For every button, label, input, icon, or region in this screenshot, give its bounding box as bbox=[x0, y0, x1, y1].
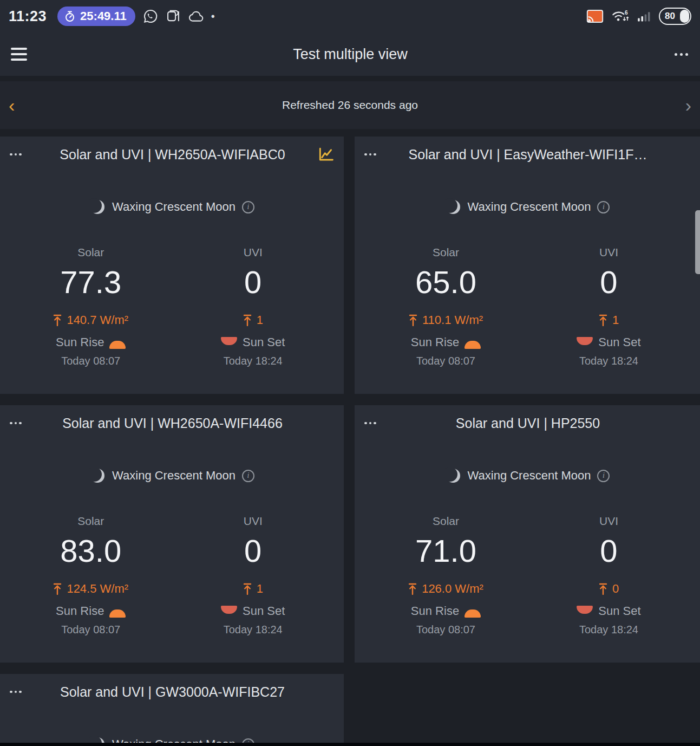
uvi-max-value: 1 bbox=[257, 582, 263, 596]
divider bbox=[0, 129, 700, 137]
solar-value: 83.0 bbox=[60, 534, 121, 568]
max-arrow-icon bbox=[243, 314, 252, 326]
sunset-label: Sun Set bbox=[598, 604, 640, 618]
card-title: Solar and UVI | WH2650A-WIFI4466 bbox=[29, 416, 316, 431]
sunrise-row: Sun Rise bbox=[411, 335, 481, 350]
moon-phase-label: Waxing Crescent Moon bbox=[112, 200, 235, 214]
max-arrow-icon bbox=[53, 583, 62, 595]
sunrise-time: Today 08:07 bbox=[61, 624, 120, 636]
divider bbox=[0, 76, 700, 81]
card-menu-icon[interactable] bbox=[10, 687, 29, 697]
more-notifications-dot: • bbox=[211, 10, 215, 23]
cast-icon bbox=[586, 9, 604, 23]
sunrise-icon bbox=[465, 341, 481, 349]
chevron-right-icon[interactable]: › bbox=[682, 94, 695, 116]
solar-label: Solar bbox=[433, 246, 459, 259]
sunset-icon bbox=[577, 606, 593, 614]
solar-value: 71.0 bbox=[415, 534, 476, 568]
menu-icon[interactable] bbox=[11, 48, 27, 61]
sunset-time: Today 18:24 bbox=[579, 624, 638, 636]
crescent-moon-icon bbox=[89, 198, 106, 216]
info-icon[interactable]: i bbox=[597, 470, 610, 482]
card-menu-icon[interactable] bbox=[10, 419, 29, 428]
refresh-status: Refreshed 26 seconds ago bbox=[18, 99, 682, 112]
sunrise-row: Sun Rise bbox=[411, 604, 481, 619]
card-menu-icon[interactable] bbox=[10, 150, 29, 159]
solar-uvi-card: Solar and UVI | WH2650A-WIFI4466 Waxing … bbox=[0, 405, 344, 663]
crescent-moon-icon bbox=[89, 466, 106, 485]
max-arrow-icon bbox=[409, 314, 417, 326]
sunrise-label: Sun Rise bbox=[56, 604, 104, 618]
sunset-icon bbox=[221, 337, 237, 345]
moon-phase-label: Waxing Crescent Moon bbox=[112, 469, 235, 483]
sunset-row: Sun Set bbox=[577, 604, 640, 619]
chart-icon[interactable] bbox=[316, 147, 334, 162]
stats-row: Solar 71.0 126.0 W/m² Sun Rise Today 08:… bbox=[364, 515, 690, 636]
crescent-moon-icon bbox=[445, 198, 461, 216]
battery-icon: 80 bbox=[659, 8, 691, 25]
timer-chip[interactable]: 25:49.11 bbox=[57, 7, 135, 26]
overflow-menu-icon[interactable] bbox=[673, 50, 689, 59]
card-title: Solar and UVI | EasyWeather-WIFI1F… bbox=[384, 147, 672, 163]
card-header: Solar and UVI | WH2650A-WIFIABC0 bbox=[10, 145, 334, 164]
info-icon[interactable]: i bbox=[242, 201, 254, 213]
stopwatch-icon bbox=[64, 10, 76, 22]
uvi-value: 0 bbox=[600, 534, 617, 568]
status-bar: 11:23 25:49.11 • 6 bbox=[0, 0, 700, 33]
timer-value: 25:49.11 bbox=[80, 9, 127, 23]
sunset-time: Today 18:24 bbox=[579, 355, 638, 367]
solar-column: Solar 65.0 110.1 W/m² Sun Rise Today 08:… bbox=[364, 246, 527, 367]
sunset-label: Sun Set bbox=[243, 335, 285, 349]
solar-label: Solar bbox=[77, 246, 104, 259]
info-icon[interactable]: i bbox=[597, 201, 610, 213]
sunset-time: Today 18:24 bbox=[224, 355, 283, 367]
screen-bottom-edge bbox=[0, 743, 700, 746]
card-title: Solar and UVI | GW3000A-WIFIBC27 bbox=[29, 684, 316, 700]
stats-row: Solar 77.3 140.7 W/m² Sun Rise Today 08:… bbox=[10, 246, 334, 367]
card-header: Solar and UVI | WH2650A-WIFI4466 bbox=[10, 414, 334, 432]
solar-max-value: 140.7 W/m² bbox=[67, 313, 128, 327]
card-menu-icon[interactable] bbox=[364, 419, 384, 428]
sunset-row: Sun Set bbox=[577, 335, 640, 350]
card-menu-icon[interactable] bbox=[364, 150, 384, 159]
solar-value: 77.3 bbox=[60, 265, 121, 299]
clock: 11:23 bbox=[9, 8, 47, 25]
uvi-value: 0 bbox=[244, 534, 261, 568]
moon-phase-row: Waxing Crescent Moon i bbox=[10, 466, 334, 485]
whatsapp-notification-icon bbox=[143, 9, 158, 24]
uvi-max-row: 1 bbox=[243, 313, 263, 327]
solar-uvi-card: Solar and UVI | HP2550 Waxing Crescent M… bbox=[355, 405, 700, 663]
sunset-time: Today 18:24 bbox=[224, 624, 283, 636]
sunset-row: Sun Set bbox=[221, 335, 285, 350]
solar-max-value: 110.1 W/m² bbox=[422, 313, 483, 327]
solar-value: 65.0 bbox=[415, 265, 476, 299]
card-title: Solar and UVI | HP2550 bbox=[384, 416, 672, 431]
info-icon[interactable]: i bbox=[242, 470, 254, 482]
uvi-max-value: 1 bbox=[257, 313, 263, 327]
card-title: Solar and UVI | WH2650A-WIFIABC0 bbox=[29, 147, 316, 163]
uvi-max-value: 0 bbox=[612, 582, 619, 596]
battery-percent: 80 bbox=[660, 11, 675, 22]
max-arrow-icon bbox=[599, 583, 607, 595]
app-header: Test multiple view bbox=[0, 33, 700, 76]
svg-text:6: 6 bbox=[625, 10, 628, 16]
uvi-label: UVI bbox=[244, 515, 263, 528]
uvi-value: 0 bbox=[600, 265, 617, 299]
app-screen: 11:23 25:49.11 • 6 bbox=[0, 0, 700, 746]
sunrise-icon bbox=[465, 609, 481, 618]
solar-max-row: 110.1 W/m² bbox=[409, 313, 483, 327]
scrollbar-thumb[interactable] bbox=[695, 210, 700, 274]
solar-max-row: 124.5 W/m² bbox=[53, 582, 128, 596]
uvi-column: UVI 0 1 Sun Set Today 18:24 bbox=[172, 246, 335, 367]
uvi-label: UVI bbox=[244, 246, 263, 259]
max-arrow-icon bbox=[243, 583, 252, 595]
uvi-max-row: 1 bbox=[599, 313, 619, 327]
solar-label: Solar bbox=[77, 515, 104, 528]
card-header: Solar and UVI | HP2550 bbox=[364, 414, 690, 432]
crescent-moon-icon bbox=[445, 466, 461, 485]
card-header: Solar and UVI | GW3000A-WIFIBC27 bbox=[10, 683, 334, 701]
cloud-notification-icon bbox=[188, 9, 205, 23]
solar-column: Solar 71.0 126.0 W/m² Sun Rise Today 08:… bbox=[364, 515, 527, 636]
chevron-left-icon[interactable]: ‹ bbox=[5, 94, 18, 116]
uvi-column: UVI 0 0 Sun Set Today 18:24 bbox=[527, 515, 690, 636]
